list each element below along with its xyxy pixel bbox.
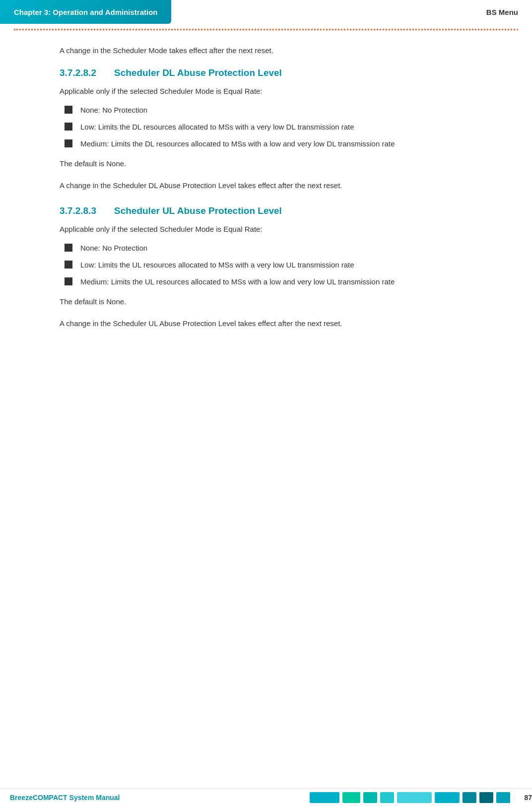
- dot-separator: [0, 24, 532, 36]
- bullet-text: None: No Protection: [80, 104, 147, 116]
- list-item: Low: Limits the UL resources allocated t…: [65, 259, 472, 271]
- section-dl-heading: 3.7.2.8.2 Scheduler DL Abuse Protection …: [60, 67, 472, 78]
- footer-block-3: [363, 792, 377, 803]
- bullet-icon: [65, 261, 72, 269]
- bullet-text: Low: Limits the DL resources allocated t…: [80, 121, 354, 133]
- bullet-icon: [65, 139, 72, 147]
- main-content: A change in the Scheduler Mode takes eff…: [0, 40, 532, 363]
- footer-block-4: [380, 792, 394, 803]
- section-ul-default: The default is None.: [60, 296, 472, 308]
- bullet-text: None: No Protection: [80, 242, 147, 254]
- bullet-icon: [65, 123, 72, 131]
- bullet-text: Low: Limits the UL resources allocated t…: [80, 259, 354, 271]
- section-dl-title: Scheduler DL Abuse Protection Level: [114, 67, 282, 78]
- section-ul-heading: 3.7.2.8.3 Scheduler UL Abuse Protection …: [60, 205, 472, 216]
- list-item: Medium: Limits the UL resources allocate…: [65, 276, 472, 288]
- section-ul-number: 3.7.2.8.3: [60, 205, 114, 216]
- separator-line: [14, 29, 518, 31]
- section-ul-change-note: A change in the Scheduler UL Abuse Prote…: [60, 318, 472, 330]
- footer-block-5: [397, 792, 432, 803]
- footer-block-7: [463, 792, 476, 803]
- bullet-text: Medium: Limits the DL resources allocate…: [80, 138, 395, 150]
- intro-text: A change in the Scheduler Mode takes eff…: [60, 45, 472, 57]
- list-item: None: No Protection: [65, 104, 472, 116]
- footer-block-8: [479, 792, 493, 803]
- section-dl-change-note: A change in the Scheduler DL Abuse Prote…: [60, 180, 472, 192]
- section-ul-description: Applicable only if the selected Schedule…: [60, 223, 472, 235]
- footer-block-6: [435, 792, 460, 803]
- section-dl-description: Applicable only if the selected Schedule…: [60, 85, 472, 97]
- section-dl-default: The default is None.: [60, 158, 472, 170]
- bullet-icon: [65, 106, 72, 114]
- chapter-label: Chapter 3: Operation and Administration: [0, 0, 171, 24]
- section-ul-body: Applicable only if the selected Schedule…: [60, 223, 472, 330]
- list-item: None: No Protection: [65, 242, 472, 254]
- section-dl-number: 3.7.2.8.2: [60, 67, 114, 78]
- page-number: 87: [524, 794, 532, 802]
- section-ul-title: Scheduler UL Abuse Protection Level: [114, 205, 282, 216]
- section-ul-bullets: None: No Protection Low: Limits the UL r…: [60, 242, 472, 288]
- bullet-text: Medium: Limits the UL resources allocate…: [80, 276, 395, 288]
- footer-block-2: [342, 792, 360, 803]
- manual-name: BreezeCOMPACT System Manual: [0, 794, 310, 802]
- page-footer: BreezeCOMPACT System Manual 87: [0, 788, 532, 806]
- list-item: Medium: Limits the DL resources allocate…: [65, 138, 472, 150]
- footer-block-9: [496, 792, 510, 803]
- page-header: Chapter 3: Operation and Administration …: [0, 0, 532, 24]
- footer-decoration: [310, 792, 520, 803]
- section-dl-body: Applicable only if the selected Schedule…: [60, 85, 472, 192]
- bullet-icon: [65, 244, 72, 252]
- list-item: Low: Limits the DL resources allocated t…: [65, 121, 472, 133]
- footer-block-1: [310, 792, 339, 803]
- bullet-icon: [65, 277, 72, 285]
- section-dl-bullets: None: No Protection Low: Limits the DL r…: [60, 104, 472, 150]
- section-label: BS Menu: [486, 8, 532, 16]
